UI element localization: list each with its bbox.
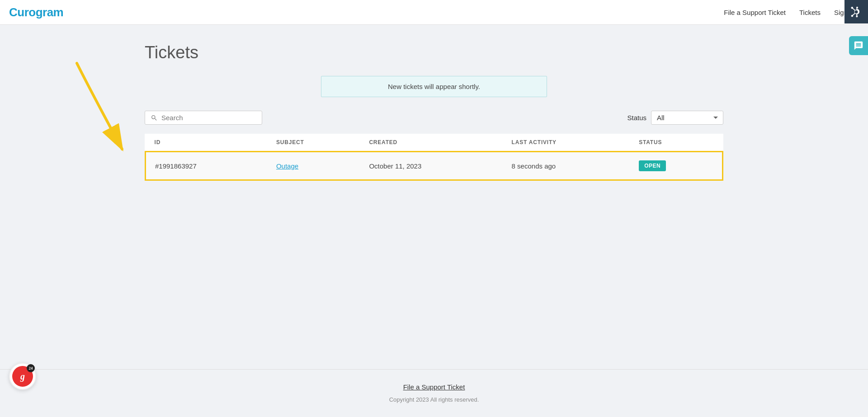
tickets-link[interactable]: Tickets — [799, 9, 821, 16]
table-wrapper: ID SUBJECT CREATED LAST ACTIVITY STATUS … — [145, 134, 723, 181]
footer-copyright: Copyright 2023 All rights reserved. — [389, 396, 479, 403]
col-subject: SUBJECT — [267, 134, 360, 152]
file-support-ticket-link[interactable]: File a Support Ticket — [724, 9, 786, 16]
hubspot-icon — [850, 5, 863, 18]
col-status: STATUS — [630, 134, 722, 152]
page-title: Tickets — [145, 43, 723, 62]
g24-widget[interactable]: g 24 — [9, 363, 36, 390]
search-box — [145, 111, 262, 125]
col-last-activity: LAST ACTIVITY — [503, 134, 630, 152]
header: Curogram File a Support Ticket Tickets S… — [0, 0, 868, 25]
tickets-table: ID SUBJECT CREATED LAST ACTIVITY STATUS … — [145, 134, 723, 181]
ticket-last-activity: 8 seconds ago — [503, 152, 630, 180]
status-label: Status — [627, 114, 646, 122]
logo[interactable]: Curogram — [9, 5, 63, 19]
table-row: #1991863927 Outage October 11, 2023 8 se… — [146, 152, 723, 180]
ticket-subject[interactable]: Outage — [267, 152, 360, 180]
ticket-id: #1991863927 — [146, 152, 267, 180]
notification-banner: New tickets will appear shortly. — [321, 76, 547, 97]
status-select[interactable]: All Open Closed Pending — [651, 111, 723, 125]
g24-inner: g 24 — [12, 366, 33, 387]
chat-icon — [854, 41, 863, 51]
main-content: Tickets New tickets will appear shortly.… — [118, 25, 750, 199]
search-input[interactable] — [161, 114, 256, 122]
ticket-status: OPEN — [630, 152, 722, 180]
status-badge: OPEN — [639, 160, 666, 171]
status-control: Status All Open Closed Pending — [627, 111, 723, 125]
footer-file-ticket-link[interactable]: File a Support Ticket — [9, 383, 859, 391]
search-icon — [151, 114, 158, 122]
g24-badge: 24 — [27, 364, 35, 372]
table-header: ID SUBJECT CREATED LAST ACTIVITY STATUS — [146, 134, 723, 152]
ticket-created: October 11, 2023 — [360, 152, 502, 180]
col-id: ID — [146, 134, 267, 152]
chat-bubble-button[interactable] — [849, 36, 868, 55]
col-created: CREATED — [360, 134, 502, 152]
header-nav: File a Support Ticket Tickets Sign out — [724, 9, 859, 16]
hubspot-button[interactable] — [844, 0, 868, 23]
footer: File a Support Ticket Copyright 2023 All… — [0, 369, 868, 417]
controls-row: Status All Open Closed Pending — [145, 111, 723, 125]
table-body: #1991863927 Outage October 11, 2023 8 se… — [146, 152, 723, 180]
